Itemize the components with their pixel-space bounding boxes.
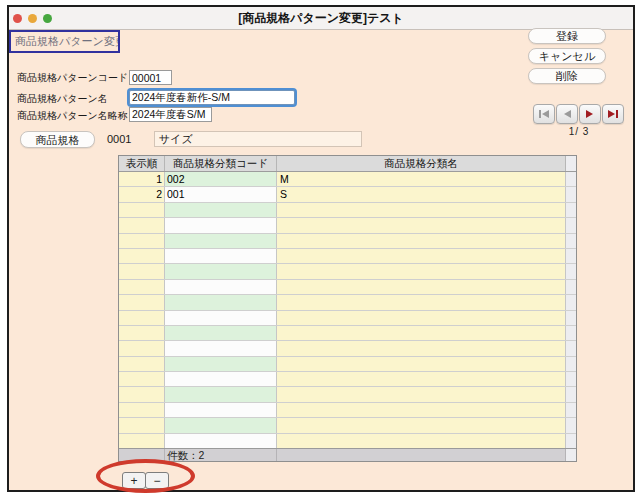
cancel-button[interactable]: キャンセル — [528, 48, 606, 64]
order-cell[interactable] — [119, 218, 165, 232]
table-row: 1002M — [119, 172, 576, 187]
name-cell[interactable] — [277, 372, 566, 386]
next-record-icon — [584, 109, 596, 119]
spec-classification-table: 表示順 商品規格分類コード 商品規格分類名 1002M2001S 件数：2 — [118, 155, 577, 462]
add-row-button[interactable]: + — [122, 472, 146, 489]
table-row — [119, 357, 576, 372]
last-record-button[interactable] — [602, 104, 624, 124]
order-cell[interactable] — [119, 418, 165, 432]
app-window: [商品規格パターン変更]テスト 商品規格パターン変更 登録 キャンセル 削除 商… — [7, 5, 635, 492]
titlebar: [商品規格パターン変更]テスト — [9, 7, 633, 30]
table-scroll-gutter — [566, 357, 576, 371]
order-cell[interactable] — [119, 234, 165, 248]
name-cell[interactable]: S — [277, 187, 566, 201]
name-cell[interactable] — [277, 234, 566, 248]
remove-row-button[interactable]: − — [145, 472, 169, 489]
code-cell[interactable] — [165, 403, 277, 417]
table-scroll-gutter — [566, 326, 576, 340]
first-record-button[interactable] — [533, 104, 555, 124]
table-footer: 件数：2 — [119, 448, 576, 461]
table-row — [119, 326, 576, 341]
header-name: 商品規格分類名 — [277, 156, 566, 171]
order-cell[interactable]: 2 — [119, 187, 165, 201]
record-position: 1/ 3 — [554, 126, 604, 137]
table-scroll-gutter — [566, 172, 576, 186]
code-cell[interactable]: 001 — [165, 187, 277, 201]
order-cell[interactable] — [119, 403, 165, 417]
name-cell[interactable] — [277, 264, 566, 278]
pattern-abbr-label: 商品規格パターン名略称 — [17, 108, 128, 123]
code-cell[interactable] — [165, 372, 277, 386]
header-order: 表示順 — [119, 156, 165, 171]
table-row — [119, 203, 576, 218]
name-cell[interactable] — [277, 326, 566, 340]
register-button[interactable]: 登録 — [528, 28, 606, 44]
footer-spacer — [277, 449, 566, 461]
previous-record-icon — [561, 109, 573, 119]
code-cell[interactable] — [165, 357, 277, 371]
name-cell[interactable] — [277, 387, 566, 401]
order-cell[interactable] — [119, 387, 165, 401]
code-cell[interactable] — [165, 280, 277, 294]
name-cell[interactable] — [277, 218, 566, 232]
next-record-button[interactable] — [579, 104, 601, 124]
order-cell[interactable] — [119, 295, 165, 309]
code-cell[interactable] — [165, 295, 277, 309]
table-row — [119, 372, 576, 387]
order-cell[interactable]: 1 — [119, 172, 165, 186]
name-cell[interactable] — [277, 341, 566, 355]
name-cell[interactable] — [277, 203, 566, 217]
footer-spacer — [119, 449, 165, 461]
code-cell[interactable] — [165, 418, 277, 432]
name-cell[interactable] — [277, 280, 566, 294]
name-cell[interactable]: M — [277, 172, 566, 186]
order-cell[interactable] — [119, 280, 165, 294]
row-count: 件数：2 — [165, 449, 277, 461]
code-cell[interactable] — [165, 249, 277, 263]
order-cell[interactable] — [119, 357, 165, 371]
name-cell[interactable] — [277, 418, 566, 432]
name-cell[interactable] — [277, 434, 566, 448]
pattern-code-label: 商品規格パターンコード — [17, 70, 128, 85]
code-cell[interactable] — [165, 234, 277, 248]
code-cell[interactable] — [165, 434, 277, 448]
table-row — [119, 249, 576, 264]
name-cell[interactable] — [277, 249, 566, 263]
code-cell[interactable] — [165, 341, 277, 355]
spec-section-button[interactable]: 商品規格 — [20, 131, 95, 148]
order-cell[interactable] — [119, 311, 165, 325]
name-cell[interactable] — [277, 311, 566, 325]
order-cell[interactable] — [119, 434, 165, 448]
code-cell[interactable] — [165, 387, 277, 401]
last-record-icon — [607, 109, 619, 119]
table-row — [119, 218, 576, 233]
order-cell[interactable] — [119, 264, 165, 278]
order-cell[interactable] — [119, 372, 165, 386]
table-row — [119, 418, 576, 433]
order-cell[interactable] — [119, 249, 165, 263]
name-cell[interactable] — [277, 295, 566, 309]
table-header: 表示順 商品規格分類コード 商品規格分類名 — [119, 156, 576, 172]
order-cell[interactable] — [119, 326, 165, 340]
pattern-code-input[interactable] — [129, 70, 172, 85]
pattern-name-input[interactable] — [129, 90, 295, 105]
pattern-abbr-input[interactable] — [129, 107, 212, 122]
previous-record-button[interactable] — [556, 104, 578, 124]
delete-button[interactable]: 削除 — [528, 68, 606, 84]
name-cell[interactable] — [277, 357, 566, 371]
table-row: 2001S — [119, 187, 576, 202]
code-cell[interactable]: 002 — [165, 172, 277, 186]
name-cell[interactable] — [277, 403, 566, 417]
window-title: [商品規格パターン変更]テスト — [9, 7, 633, 30]
code-cell[interactable] — [165, 326, 277, 340]
order-cell[interactable] — [119, 341, 165, 355]
table-scroll-gutter — [566, 249, 576, 263]
table-row — [119, 280, 576, 295]
table-row — [119, 295, 576, 310]
code-cell[interactable] — [165, 218, 277, 232]
table-scroll-gutter — [566, 372, 576, 386]
order-cell[interactable] — [119, 203, 165, 217]
code-cell[interactable] — [165, 203, 277, 217]
code-cell[interactable] — [165, 264, 277, 278]
code-cell[interactable] — [165, 311, 277, 325]
